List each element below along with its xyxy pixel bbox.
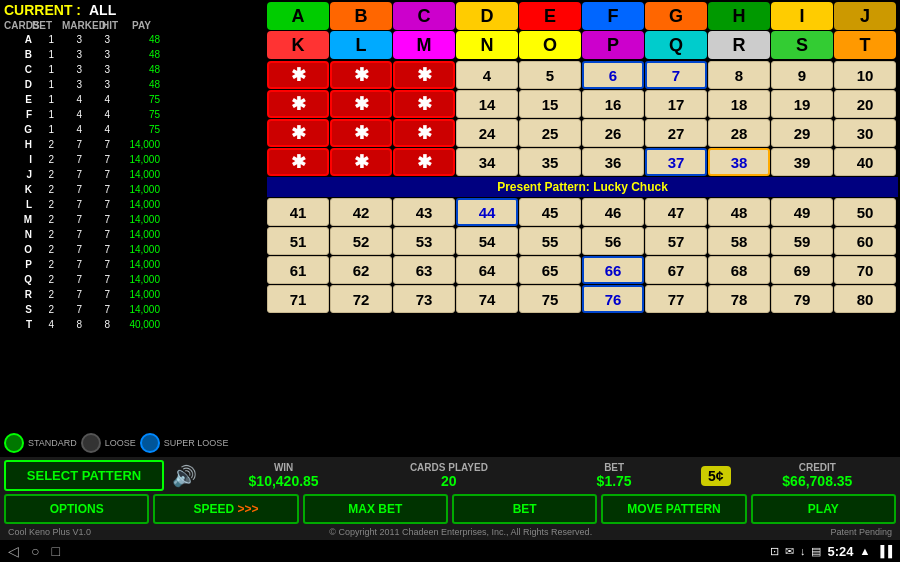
- letter-cell-B[interactable]: B: [330, 2, 392, 30]
- select-pattern-button[interactable]: SELECT PATTERN: [4, 460, 164, 491]
- num-cell-74[interactable]: 74: [456, 285, 518, 313]
- letter-cell-C[interactable]: C: [393, 2, 455, 30]
- letter-cell-N[interactable]: N: [456, 31, 518, 59]
- num-cell-25[interactable]: 25: [519, 119, 581, 147]
- num-cell-44[interactable]: 44: [456, 198, 518, 226]
- num-cell-46[interactable]: 46: [582, 198, 644, 226]
- num-cell-34[interactable]: 34: [456, 148, 518, 176]
- num-cell-55[interactable]: 55: [519, 227, 581, 255]
- num-cell-20[interactable]: 20: [834, 90, 896, 118]
- num-cell-6[interactable]: 6: [582, 61, 644, 89]
- num-cell-68[interactable]: 68: [708, 256, 770, 284]
- num-cell-63[interactable]: 63: [393, 256, 455, 284]
- num-cell-24[interactable]: 24: [456, 119, 518, 147]
- num-cell-61[interactable]: 61: [267, 256, 329, 284]
- num-cell-56[interactable]: 56: [582, 227, 644, 255]
- num-cell-70[interactable]: 70: [834, 256, 896, 284]
- num-cell-42[interactable]: 42: [330, 198, 392, 226]
- num-cell-50[interactable]: 50: [834, 198, 896, 226]
- num-cell-65[interactable]: 65: [519, 256, 581, 284]
- num-cell-30[interactable]: 30: [834, 119, 896, 147]
- max-bet-button[interactable]: MAX BET: [303, 494, 448, 524]
- wild-cell-2[interactable]: ✱: [330, 61, 392, 89]
- num-cell-73[interactable]: 73: [393, 285, 455, 313]
- num-cell-77[interactable]: 77: [645, 285, 707, 313]
- num-cell-75[interactable]: 75: [519, 285, 581, 313]
- num-cell-67[interactable]: 67: [645, 256, 707, 284]
- letter-cell-Q[interactable]: Q: [645, 31, 707, 59]
- num-cell-29[interactable]: 29: [771, 119, 833, 147]
- wild-cell-33[interactable]: ✱: [393, 148, 455, 176]
- bet-coin-badge[interactable]: 5¢: [701, 466, 731, 486]
- letter-cell-G[interactable]: G: [645, 2, 707, 30]
- letter-cell-O[interactable]: O: [519, 31, 581, 59]
- num-cell-19[interactable]: 19: [771, 90, 833, 118]
- letter-cell-A[interactable]: A: [267, 2, 329, 30]
- wild-cell-3[interactable]: ✱: [393, 61, 455, 89]
- mode-standard-btn[interactable]: [4, 433, 24, 453]
- num-cell-39[interactable]: 39: [771, 148, 833, 176]
- wild-cell-12[interactable]: ✱: [330, 90, 392, 118]
- num-cell-76[interactable]: 76: [582, 285, 644, 313]
- num-cell-14[interactable]: 14: [456, 90, 518, 118]
- num-cell-69[interactable]: 69: [771, 256, 833, 284]
- num-cell-35[interactable]: 35: [519, 148, 581, 176]
- home-icon[interactable]: ○: [31, 543, 39, 559]
- num-cell-66[interactable]: 66: [582, 256, 644, 284]
- play-button[interactable]: PLAY: [751, 494, 896, 524]
- options-button[interactable]: OPTIONS: [4, 494, 149, 524]
- move-pattern-button[interactable]: MOVE PATTERN: [601, 494, 746, 524]
- num-cell-28[interactable]: 28: [708, 119, 770, 147]
- num-cell-64[interactable]: 64: [456, 256, 518, 284]
- letter-cell-J[interactable]: J: [834, 2, 896, 30]
- letter-cell-R[interactable]: R: [708, 31, 770, 59]
- num-cell-53[interactable]: 53: [393, 227, 455, 255]
- num-cell-57[interactable]: 57: [645, 227, 707, 255]
- num-cell-4[interactable]: 4: [456, 61, 518, 89]
- mode-loose-btn[interactable]: [81, 433, 101, 453]
- num-cell-15[interactable]: 15: [519, 90, 581, 118]
- back-icon[interactable]: ◁: [8, 543, 19, 559]
- num-cell-52[interactable]: 52: [330, 227, 392, 255]
- num-cell-43[interactable]: 43: [393, 198, 455, 226]
- num-cell-9[interactable]: 9: [771, 61, 833, 89]
- wild-cell-22[interactable]: ✱: [330, 119, 392, 147]
- num-cell-48[interactable]: 48: [708, 198, 770, 226]
- num-cell-79[interactable]: 79: [771, 285, 833, 313]
- num-cell-18[interactable]: 18: [708, 90, 770, 118]
- letter-cell-P[interactable]: P: [582, 31, 644, 59]
- num-cell-47[interactable]: 47: [645, 198, 707, 226]
- num-cell-78[interactable]: 78: [708, 285, 770, 313]
- num-cell-16[interactable]: 16: [582, 90, 644, 118]
- num-cell-62[interactable]: 62: [330, 256, 392, 284]
- num-cell-72[interactable]: 72: [330, 285, 392, 313]
- num-cell-51[interactable]: 51: [267, 227, 329, 255]
- num-cell-60[interactable]: 60: [834, 227, 896, 255]
- num-cell-45[interactable]: 45: [519, 198, 581, 226]
- letter-cell-M[interactable]: M: [393, 31, 455, 59]
- num-cell-80[interactable]: 80: [834, 285, 896, 313]
- speed-button[interactable]: SPEED >>>: [153, 494, 298, 524]
- letter-cell-E[interactable]: E: [519, 2, 581, 30]
- wild-cell-32[interactable]: ✱: [330, 148, 392, 176]
- letter-cell-K[interactable]: K: [267, 31, 329, 59]
- wild-cell-1[interactable]: ✱: [267, 61, 329, 89]
- wild-cell-21[interactable]: ✱: [267, 119, 329, 147]
- num-cell-49[interactable]: 49: [771, 198, 833, 226]
- num-cell-37[interactable]: 37: [645, 148, 707, 176]
- num-cell-54[interactable]: 54: [456, 227, 518, 255]
- num-cell-27[interactable]: 27: [645, 119, 707, 147]
- letter-cell-I[interactable]: I: [771, 2, 833, 30]
- num-cell-38[interactable]: 38: [708, 148, 770, 176]
- wild-cell-23[interactable]: ✱: [393, 119, 455, 147]
- letter-cell-S[interactable]: S: [771, 31, 833, 59]
- num-cell-7[interactable]: 7: [645, 61, 707, 89]
- wild-cell-11[interactable]: ✱: [267, 90, 329, 118]
- num-cell-40[interactable]: 40: [834, 148, 896, 176]
- letter-cell-T[interactable]: T: [834, 31, 896, 59]
- recent-icon[interactable]: □: [51, 543, 59, 559]
- num-cell-17[interactable]: 17: [645, 90, 707, 118]
- letter-cell-L[interactable]: L: [330, 31, 392, 59]
- num-cell-36[interactable]: 36: [582, 148, 644, 176]
- num-cell-5[interactable]: 5: [519, 61, 581, 89]
